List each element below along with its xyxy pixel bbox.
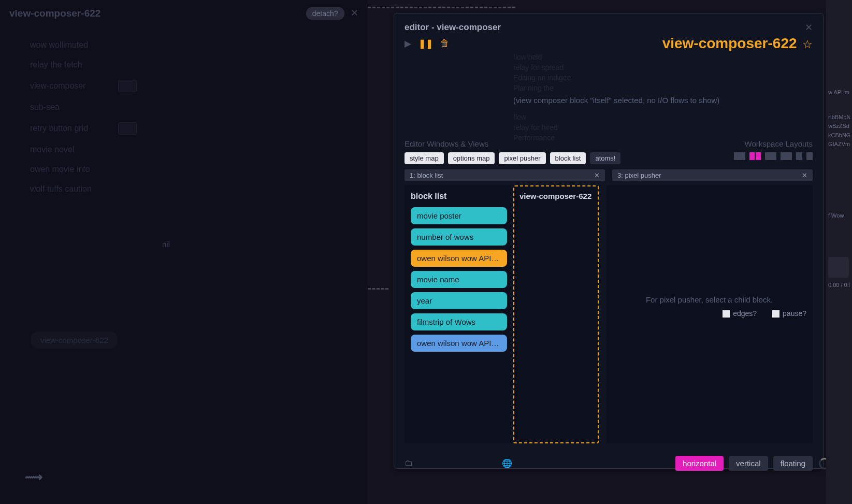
field-label: wolf tuffs caution	[30, 184, 118, 194]
layout-narrow2-icon[interactable]	[806, 152, 813, 160]
seg-floating[interactable]: floating	[773, 456, 813, 471]
drop-zone[interactable]: view-composer-622	[513, 185, 599, 443]
flow-area: flow held relay for spread Editing an in…	[405, 52, 813, 137]
layout-3col-icon[interactable]	[765, 152, 776, 160]
globe-icon[interactable]: 🌐	[502, 458, 512, 468]
layout-narrow-icon[interactable]	[796, 152, 802, 160]
thumbnail	[828, 257, 849, 278]
field-label: relay the fetch	[30, 60, 118, 69]
chip-block-list[interactable]: block list	[550, 152, 586, 164]
layout-split-v-icon[interactable]	[749, 152, 761, 160]
block-list-title: block list	[411, 192, 507, 201]
field-box	[118, 122, 137, 135]
layout-split-h-icon[interactable]	[781, 152, 792, 160]
chip-style-map[interactable]: style map	[405, 152, 444, 164]
block-item[interactable]: year	[411, 292, 507, 309]
field-label: owen movie info	[30, 165, 118, 174]
drop-zone-title: view-composer-622	[519, 192, 593, 200]
trash-icon[interactable]: 🗑	[440, 38, 449, 49]
flow-message: (view composer block "itself" selected, …	[513, 96, 719, 105]
dashed-divider	[368, 288, 388, 290]
field-box	[118, 80, 137, 92]
field-label: sub-sea	[30, 103, 118, 112]
layout-single-icon[interactable]	[734, 152, 745, 160]
field-label: movie novel	[30, 145, 118, 154]
panel-tab-3[interactable]: 3: pixel pusher ✕	[612, 169, 813, 181]
block-list-panel: block list movie posternumber of wowsowe…	[405, 185, 599, 443]
close-icon[interactable]: ✕	[594, 171, 600, 179]
edges-checkbox[interactable]: edges?	[723, 309, 757, 318]
left-title: view-composer-622	[9, 8, 100, 19]
left-panel: view-composer-622 detach? ✕ wow wollimut…	[0, 0, 368, 504]
chip-pixel-pusher[interactable]: pixel pusher	[499, 152, 545, 164]
panel-tab-1[interactable]: 1: block list ✕	[405, 169, 605, 181]
nil-label: nil	[162, 240, 170, 249]
bottom-chip[interactable]: view-composer-622	[31, 332, 118, 349]
pixel-pusher-message: For pixel pusher, select a child block.	[612, 295, 806, 304]
field-label: retry button grid	[30, 124, 118, 133]
chip-atoms[interactable]: atoms!	[590, 152, 620, 164]
close-icon[interactable]: ✕	[802, 171, 807, 179]
play-icon[interactable]: ▶	[405, 38, 411, 49]
editor-title: view-composer-622	[662, 35, 797, 51]
pixel-pusher-panel: For pixel pusher, select a child block. …	[606, 185, 813, 443]
block-item[interactable]: movie name	[411, 271, 507, 288]
block-item[interactable]: number of wows	[411, 228, 507, 246]
folder-icon[interactable]: 🗀	[405, 458, 413, 468]
close-icon[interactable]: ✕	[805, 22, 813, 33]
edge-strip: w API-m rIbBMpNIk wBzZSdP kCBbNGh GIAZVm…	[826, 0, 852, 504]
dashed-divider	[368, 7, 515, 8]
star-icon[interactable]: ☆	[802, 38, 813, 51]
layout-icons	[734, 152, 813, 160]
seg-vertical[interactable]: vertical	[729, 456, 768, 471]
field-label: view-composer	[30, 81, 118, 91]
app-logo: ⟿	[25, 470, 41, 484]
block-item[interactable]: movie poster	[411, 207, 507, 224]
block-item[interactable]: owen wilson wow API-movie lookup	[411, 335, 507, 352]
detach-button[interactable]: detach?	[306, 7, 344, 20]
seg-horizontal[interactable]: horizontal	[675, 456, 724, 471]
block-item[interactable]: owen wilson wow API-movie list	[411, 250, 507, 267]
editor-panel: editor - view-composer ✕ ▶ ❚❚ 🗑 view-com…	[394, 13, 824, 469]
pause-icon[interactable]: ❚❚	[418, 38, 433, 49]
chip-options-map[interactable]: options map	[448, 152, 495, 164]
field-label: wow wollimuted	[30, 40, 118, 50]
close-icon[interactable]: ✕	[351, 8, 358, 18]
block-item[interactable]: filmstrip of Wows	[411, 313, 507, 330]
pause-checkbox[interactable]: pause?	[772, 309, 806, 318]
section-label-left: Editor Windows & Views	[405, 139, 488, 148]
section-label-right: Workspace Layouts	[745, 139, 813, 148]
editor-header: editor - view-composer	[405, 22, 501, 33]
